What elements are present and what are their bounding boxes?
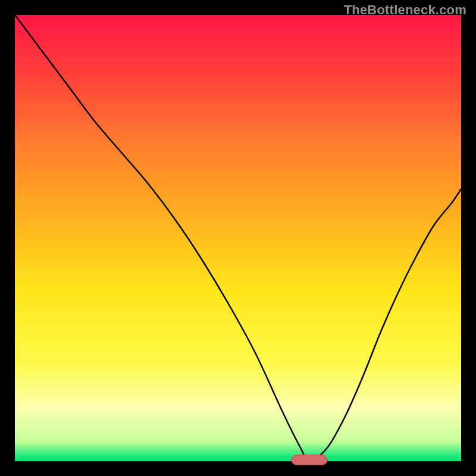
optimal-marker [292, 455, 327, 465]
chart-stage: TheBottleneck.com [0, 0, 476, 476]
bottleneck-chart [0, 0, 476, 476]
watermark-label: TheBottleneck.com [344, 2, 466, 18]
svg-rect-1 [15, 15, 461, 461]
